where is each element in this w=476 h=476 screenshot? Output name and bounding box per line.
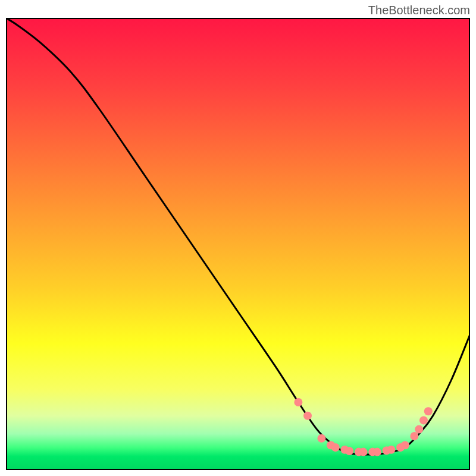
watermark-text: TheBottleneck.com	[368, 4, 470, 17]
data-point	[424, 407, 433, 415]
data-point	[359, 448, 368, 456]
data-points	[6, 18, 470, 470]
data-point	[317, 434, 325, 443]
chart-container	[6, 18, 470, 470]
data-point	[331, 443, 340, 452]
data-point	[415, 425, 423, 434]
data-point	[303, 412, 312, 420]
data-point	[410, 432, 418, 440]
data-point	[345, 447, 353, 455]
data-point	[401, 441, 409, 449]
data-point	[294, 398, 302, 406]
data-point	[373, 448, 381, 456]
data-point	[387, 446, 395, 454]
data-point	[419, 416, 428, 424]
